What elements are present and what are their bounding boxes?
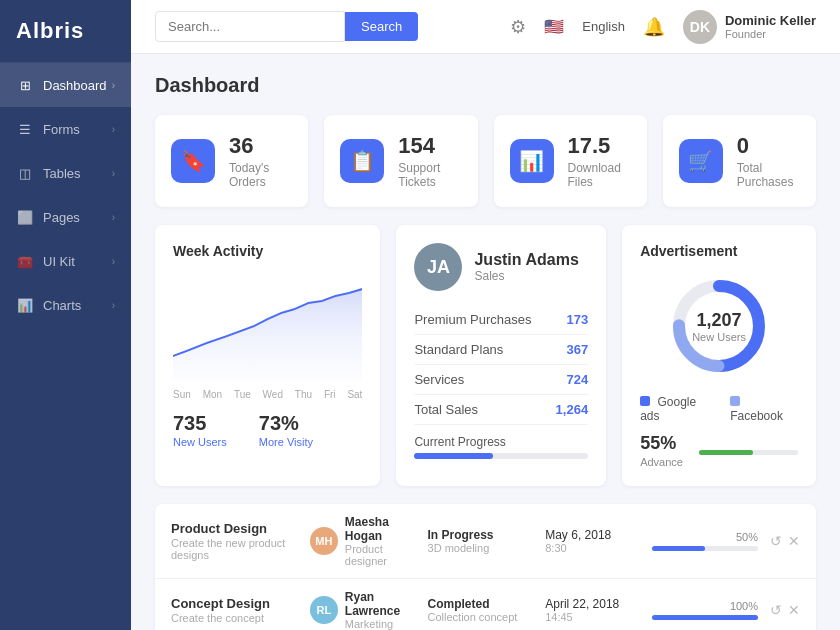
task-date-0: May 6, 2018 8:30 (545, 528, 640, 554)
task-progress-0: 50% (652, 531, 758, 551)
more-visity-label: More Visity (259, 436, 313, 448)
premium-value: 173 (566, 312, 588, 327)
profile-card: JA Justin Adams Sales Premium Purchases … (396, 225, 606, 486)
day-mon: Mon (203, 389, 222, 400)
advert-progress-wrap (699, 446, 798, 455)
task-desc-1: Create the concept (171, 612, 298, 624)
chevron-icon-ui-kit: › (112, 256, 115, 267)
close-button-0[interactable]: ✕ (788, 533, 800, 549)
new-users-value: 735 (173, 412, 227, 435)
sidebar-item-tables[interactable]: ◫ Tables › (0, 151, 131, 195)
task-progress-1: 100% (652, 600, 758, 620)
sidebar-item-forms[interactable]: ☰ Forms › (0, 107, 131, 151)
user-name: Dominic Keller (725, 13, 816, 28)
sidebar-item-ui-kit[interactable]: 🧰 UI Kit › (0, 239, 131, 283)
standard-label: Standard Plans (414, 342, 503, 357)
search-button[interactable]: Search (345, 12, 418, 41)
purchases-icon: 🛒 (679, 139, 723, 183)
task-status-0: In Progress 3D modeling (428, 528, 534, 554)
bell-icon[interactable]: 🔔 (643, 16, 665, 38)
advert-progress-bg (699, 450, 798, 455)
mid-section: Week Activity Sun Mon Tue Wed (155, 225, 816, 486)
donut-chart-wrap: 1,207 New Users (640, 271, 798, 381)
profile-header: JA Justin Adams Sales (414, 243, 588, 291)
task-date-1: April 22, 2018 14:45 (545, 597, 640, 623)
refresh-button-0[interactable]: ↺ (770, 533, 782, 549)
services-value: 724 (566, 372, 588, 387)
ui-kit-icon: 🧰 (16, 252, 34, 270)
task-person-1: RL Ryan Lawrence Marketing (310, 590, 416, 630)
page-title: Dashboard (155, 74, 816, 97)
person-name-0: Maesha Hogan (345, 515, 416, 543)
task-name-0: Product Design (171, 521, 298, 536)
sidebar-logo: Albris (0, 0, 131, 63)
person-info-1: Ryan Lawrence Marketing (345, 590, 416, 630)
refresh-button-1[interactable]: ↺ (770, 602, 782, 618)
task-pbar-fill-0 (652, 546, 705, 551)
date-time-1: 14:45 (545, 611, 640, 623)
facebook-dot (730, 396, 740, 406)
sidebar: Albris ⊞ Dashboard › ☰ Forms › ◫ Tables … (0, 0, 131, 630)
profile-name-wrap: Justin Adams Sales (474, 251, 578, 283)
task-pct-1: 100% (652, 600, 758, 612)
task-info-1: Concept Design Create the concept (171, 596, 298, 624)
stat-card-purchases: 🛒 0 Total Purchases (663, 115, 816, 207)
profile-name: Justin Adams (474, 251, 578, 269)
sidebar-label-pages: Pages (43, 210, 112, 225)
main-content: Search ⚙ 🇺🇸 English 🔔 DK Dominic Keller … (131, 0, 840, 630)
profile-row-total: Total Sales 1,264 (414, 395, 588, 425)
person-name-1: Ryan Lawrence (345, 590, 416, 618)
chart-stat-visits: 73% More Visity (259, 412, 313, 448)
person-info-0: Maesha Hogan Product designer (345, 515, 416, 567)
header: Search ⚙ 🇺🇸 English 🔔 DK Dominic Keller … (131, 0, 840, 54)
profile-row-premium: Premium Purchases 173 (414, 305, 588, 335)
donut-value: 1,207 (692, 310, 746, 331)
task-person-0: MH Maesha Hogan Product designer (310, 515, 416, 567)
task-name-1: Concept Design (171, 596, 298, 611)
advert-legend: Google ads Facebook (640, 395, 798, 423)
services-label: Services (414, 372, 464, 387)
chevron-icon-tables: › (112, 168, 115, 179)
sidebar-item-pages[interactable]: ⬜ Pages › (0, 195, 131, 239)
gear-icon[interactable]: ⚙ (510, 16, 526, 38)
orders-label: Today's Orders (229, 161, 292, 189)
profile-row-standard: Standard Plans 367 (414, 335, 588, 365)
week-activity-title: Week Activity (173, 243, 362, 259)
dashboard-icon: ⊞ (16, 76, 34, 94)
chevron-icon-dashboard: › (112, 80, 115, 91)
legend-google: Google ads (640, 395, 716, 423)
date-label-1: April 22, 2018 (545, 597, 640, 611)
search-wrap: Search (155, 11, 418, 42)
advert-stat-wrap: 55% Advance (640, 433, 798, 468)
tickets-label: Support Tickets (398, 161, 461, 189)
chevron-icon-charts: › (112, 300, 115, 311)
person-avatar-0: MH (310, 527, 338, 555)
profile-role: Sales (474, 269, 578, 283)
sidebar-item-charts[interactable]: 📊 Charts › (0, 283, 131, 327)
language-label: English (582, 19, 625, 34)
stat-card-orders: 🔖 36 Today's Orders (155, 115, 308, 207)
date-label-0: May 6, 2018 (545, 528, 640, 542)
standard-value: 367 (566, 342, 588, 357)
content-area: Dashboard 🔖 36 Today's Orders 📋 154 Supp… (131, 54, 840, 630)
sidebar-item-dashboard[interactable]: ⊞ Dashboard › (0, 63, 131, 107)
pages-icon: ⬜ (16, 208, 34, 226)
table-row: Product Design Create the new product de… (155, 504, 816, 579)
date-time-0: 8:30 (545, 542, 640, 554)
new-users-label: New Users (173, 436, 227, 448)
stat-info-orders: 36 Today's Orders (229, 133, 292, 189)
status-sub-0: 3D modeling (428, 542, 534, 554)
close-button-1[interactable]: ✕ (788, 602, 800, 618)
downloads-label: Download Files (568, 161, 631, 189)
status-sub-1: Collection concept (428, 611, 534, 623)
day-tue: Tue (234, 389, 251, 400)
user-role: Founder (725, 28, 816, 40)
search-input[interactable] (155, 11, 345, 42)
task-pbar-fill-1 (652, 615, 758, 620)
sidebar-label-forms: Forms (43, 122, 112, 137)
flag-icon: 🇺🇸 (544, 17, 564, 36)
day-sat: Sat (347, 389, 362, 400)
task-status-1: Completed Collection concept (428, 597, 534, 623)
downloads-value: 17.5 (568, 133, 631, 159)
chart-stats: 735 New Users 73% More Visity (173, 412, 362, 448)
